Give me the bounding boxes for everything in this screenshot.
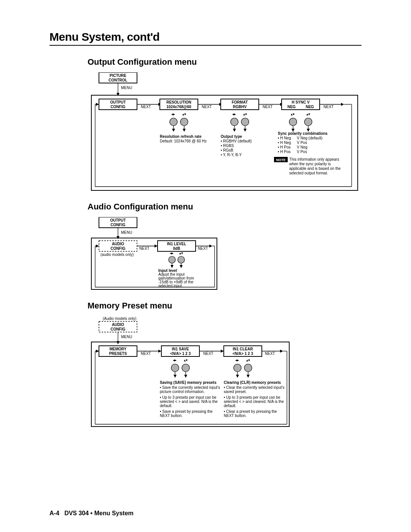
memory-presets-l2: PRESETS	[109, 351, 127, 356]
fmt-3: RGsB	[223, 148, 233, 152]
svg-point-136	[244, 364, 252, 372]
svg-point-37	[231, 118, 238, 126]
save-h: Saving (SAVE) memory presets	[160, 380, 217, 385]
s3r: V Neg	[297, 145, 307, 149]
heading-memory-preset: Memory Preset menu	[88, 301, 373, 311]
svg-text:NEG: NEG	[287, 105, 296, 109]
picture-control-l1: PICTURE	[110, 73, 126, 78]
svg-text:▴▾: ▴▾	[184, 358, 188, 362]
sync-note-h: Sync polarity combinations	[278, 131, 328, 136]
svg-text:◂▸: ◂▸	[170, 251, 174, 255]
svg-text:V Pos: V Pos	[297, 141, 307, 145]
next-1a: NEXT	[141, 105, 151, 109]
svg-text:IN1  CLEAR: IN1 CLEAR	[233, 347, 253, 351]
svg-text:◂▸: ◂▸	[232, 112, 236, 116]
fmt-4: Y, R-Y, B-Y	[223, 153, 242, 157]
hsync-l1: H SYNC V	[292, 100, 310, 104]
svg-text:V Neg  (default): V Neg (default)	[297, 136, 322, 140]
next-2a: NEXT	[139, 246, 150, 251]
svg-text:• H Pos: • H Pos	[278, 145, 291, 149]
svg-point-26	[170, 118, 177, 126]
nf2: when the sync polarity is	[289, 162, 331, 166]
svg-text:IN1  SAVE: IN1 SAVE	[172, 347, 189, 351]
svg-text:◂▸: ◂▸	[173, 358, 177, 362]
in1-save-l2: <N/A> 1 2 3	[170, 351, 191, 356]
nf1: This information only appears	[289, 157, 339, 161]
diagram-memory-preset: (Audio models only) AUDIO CONFIG MENU ME…	[88, 316, 373, 430]
prev-output-l1: OUTPUT	[110, 218, 126, 222]
save-2: Up to 3 presets per input can be selecte…	[160, 395, 218, 408]
clr-3: Clear a preset by pressing the NEXT butt…	[224, 409, 277, 418]
svg-text:MEMORY: MEMORY	[110, 347, 127, 351]
next-1b: NEXT	[202, 105, 212, 109]
svg-point-128	[182, 364, 190, 372]
in1-level-l2: 0dB	[173, 246, 180, 251]
svg-text:AUDIO: AUDIO	[112, 242, 124, 246]
in1-clear-l1: IN1 CLEAR	[233, 347, 253, 351]
svg-point-127	[171, 364, 179, 372]
svg-text:OUTPUT: OUTPUT	[110, 100, 126, 104]
next-1c: NEXT	[263, 105, 273, 109]
memory-presets-l1: MEMORY	[110, 347, 127, 351]
svg-text:• Y, R-Y, B-Y: • Y, R-Y, B-Y	[221, 153, 242, 157]
svg-text:▴▾: ▴▾	[179, 251, 183, 255]
svg-text:<N/A> 1 2 3: <N/A> 1 2 3	[233, 351, 253, 356]
clr-2: Up to 3 presets per input can be selecte…	[224, 395, 284, 408]
fmt-2: RGBS	[223, 144, 234, 148]
svg-text:• RGBS: • RGBS	[221, 144, 234, 148]
prev-output-l2: CONFIG	[111, 223, 126, 227]
s2r: V Pos	[297, 141, 307, 145]
svg-text:◂▸: ◂▸	[171, 112, 175, 116]
save-3: Save a preset by pressing the NEXT butto…	[160, 409, 213, 418]
picture-control-l2: CONTROL	[108, 78, 127, 82]
svg-text:▴▾: ▴▾	[243, 112, 247, 116]
footer-page-num: A-4	[49, 510, 59, 516]
svg-text:H SYNC V: H SYNC V	[292, 100, 310, 104]
svg-text:V Pos: V Pos	[297, 150, 307, 154]
svg-text:CONFIG: CONFIG	[111, 105, 126, 109]
nf3: applicable and is based on the	[289, 166, 341, 171]
svg-text:• H Neg: • H Neg	[278, 136, 291, 140]
fmt-note-h: Output type	[221, 134, 242, 139]
svg-point-54	[304, 118, 312, 126]
footer-page-text: DVS 304 • Menu System	[64, 510, 134, 516]
svg-text:CONFIG: CONFIG	[111, 327, 126, 331]
prev-audio-l1: AUDIO	[112, 323, 124, 327]
next-3b: NEXT	[203, 351, 213, 356]
s1l: H Neg	[280, 136, 291, 140]
svg-point-53	[289, 118, 297, 126]
svg-point-92	[169, 256, 175, 263]
svg-text:RGBHV: RGBHV	[233, 105, 247, 109]
svg-point-27	[180, 118, 188, 126]
prev-audio-l2: CONFIG	[111, 327, 126, 331]
svg-text:• RGsB: • RGsB	[221, 148, 233, 152]
hsync-neg-r: NEG	[306, 105, 314, 109]
svg-text:V Neg: V Neg	[297, 145, 307, 149]
save-1: Save the currently selected input's pict…	[160, 385, 220, 394]
format-l2: RGBHV	[233, 105, 247, 109]
svg-text:OUTPUT: OUTPUT	[110, 218, 126, 222]
fmt-1: RGBHV (default)	[223, 139, 252, 143]
s4l: H Pos	[280, 150, 290, 154]
output-config-l1: OUTPUT	[110, 100, 126, 104]
svg-text:CONFIG: CONFIG	[111, 246, 126, 251]
next-2b: NEXT	[198, 246, 208, 251]
title-rule	[49, 45, 362, 46]
next-3a: NEXT	[141, 351, 151, 356]
menu-label-2: MENU	[121, 230, 132, 235]
page-title: Menu System, cont'd	[49, 30, 373, 43]
in1-clear-l2: <N/A> 1 2 3	[233, 351, 253, 356]
svg-text:• H Neg: • H Neg	[278, 141, 291, 145]
hsync-neg-l: NEG	[287, 105, 296, 109]
svg-text:1024x768@60: 1024x768@60	[166, 105, 191, 109]
next-1d: NEXT	[323, 105, 334, 109]
res-note-1: Default: 1024x768 @ 60 Hz	[160, 139, 207, 143]
in1-save-l1: IN1 SAVE	[172, 347, 189, 351]
svg-text:FORMAT: FORMAT	[232, 100, 248, 104]
inlvl-4: selected input.	[158, 284, 183, 288]
svg-text:RESOLUTION: RESOLUTION	[166, 100, 191, 104]
page-footer: A-4 DVS 304 • Menu System	[49, 510, 134, 517]
res-note-h: Resolution refresh rate	[160, 134, 202, 139]
svg-text:PICTURE: PICTURE	[110, 73, 126, 78]
clr-1: Clear the currently selected input's sav…	[224, 385, 284, 394]
